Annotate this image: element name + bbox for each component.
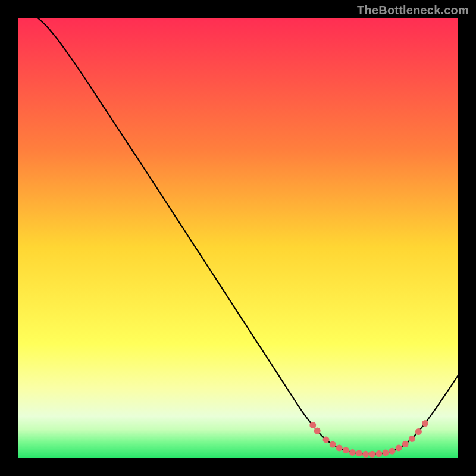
highlight-dot — [314, 428, 321, 434]
chart-frame: TheBottleneck.com — [0, 0, 476, 476]
highlight-dot — [369, 451, 375, 458]
highlight-dot — [415, 428, 422, 435]
highlight-dot — [323, 436, 330, 443]
gradient-background — [18, 18, 458, 458]
highlight-dot — [389, 448, 396, 455]
highlight-dot — [375, 450, 382, 457]
highlight-dot — [362, 451, 369, 458]
watermark-label: TheBottleneck.com — [357, 4, 469, 17]
highlight-dot — [402, 441, 409, 447]
highlight-dot — [343, 447, 349, 453]
highlight-dot — [349, 449, 356, 456]
highlight-dot — [396, 444, 402, 451]
highlight-dot — [309, 422, 316, 428]
highlight-dot — [330, 441, 336, 448]
chart-plot — [18, 18, 458, 458]
highlight-dot — [422, 420, 428, 427]
highlight-dot — [382, 450, 389, 456]
highlight-dot — [336, 444, 343, 451]
highlight-dot — [356, 450, 362, 456]
highlight-dot — [409, 436, 415, 442]
